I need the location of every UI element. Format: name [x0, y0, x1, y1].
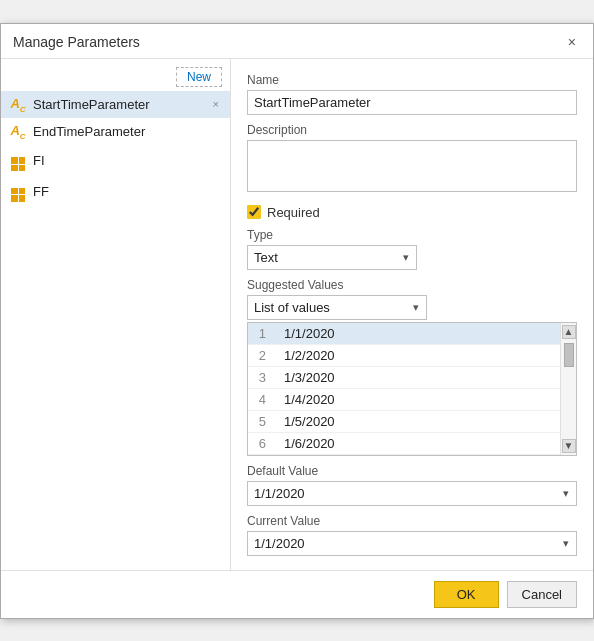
required-row: Required: [247, 205, 577, 220]
description-field-group: Description: [247, 123, 577, 195]
table-row[interactable]: 51/5/2020: [248, 410, 560, 432]
row-number: 4: [248, 388, 276, 410]
grid-param-icon-fi: [9, 151, 27, 172]
sidebar-item-label-ff: FF: [33, 184, 222, 199]
bottom-buttons: OK Cancel: [1, 570, 593, 618]
current-value-group: Current Value 1/1/2020: [247, 514, 577, 556]
table-row[interactable]: 61/6/2020: [248, 432, 560, 454]
suggested-values-select[interactable]: List of values Any value None: [247, 295, 427, 320]
new-btn-row: New: [1, 63, 230, 91]
sidebar-item-label-fi: FI: [33, 153, 222, 168]
close-icon[interactable]: ×: [563, 32, 581, 52]
sidebar-item-end-time[interactable]: AC EndTimeParameter: [1, 118, 230, 146]
dialog-title: Manage Parameters: [13, 34, 140, 50]
suggested-select-wrapper: List of values Any value None: [247, 295, 427, 320]
scrollbar[interactable]: ▲ ▼: [560, 323, 576, 455]
type-field-group: Type Text Number Date/Time Duration Bina…: [247, 228, 577, 270]
sidebar-item-start-time[interactable]: AC StartTimeParameter ×: [1, 91, 230, 119]
default-value-group: Default Value 1/1/2020: [247, 464, 577, 506]
name-field-group: Name: [247, 73, 577, 115]
default-value-select[interactable]: 1/1/2020: [247, 481, 577, 506]
row-number: 5: [248, 410, 276, 432]
sidebar-item-fi[interactable]: FI: [1, 146, 230, 177]
values-table-wrapper: 11/1/202021/2/202031/3/202041/4/202051/5…: [247, 322, 577, 456]
title-bar: Manage Parameters ×: [1, 24, 593, 59]
required-checkbox[interactable]: [247, 205, 261, 219]
row-number: 3: [248, 366, 276, 388]
suggested-values-label: Suggested Values: [247, 278, 577, 292]
type-select[interactable]: Text Number Date/Time Duration Binary An…: [247, 245, 417, 270]
row-value: 1/1/2020: [276, 323, 560, 345]
current-value-wrapper: 1/1/2020: [247, 531, 577, 556]
values-table: 11/1/202021/2/202031/3/202041/4/202051/5…: [248, 323, 560, 455]
sidebar-item-label: StartTimeParameter: [33, 97, 204, 112]
left-panel: New AC StartTimeParameter × AC EndTimePa…: [1, 59, 231, 570]
name-input[interactable]: [247, 90, 577, 115]
close-param-icon[interactable]: ×: [210, 98, 222, 110]
table-row[interactable]: 21/2/2020: [248, 344, 560, 366]
description-label: Description: [247, 123, 577, 137]
sidebar-item-ff[interactable]: FF: [1, 176, 230, 207]
row-number: 2: [248, 344, 276, 366]
default-value-label: Default Value: [247, 464, 577, 478]
name-label: Name: [247, 73, 577, 87]
dialog-body: New AC StartTimeParameter × AC EndTimePa…: [1, 59, 593, 570]
scroll-up-button[interactable]: ▲: [562, 325, 576, 339]
right-panel: Name Description Required Type Text Num: [231, 59, 593, 570]
type-label: Type: [247, 228, 577, 242]
row-value: 1/2/2020: [276, 344, 560, 366]
type-select-wrapper: Text Number Date/Time Duration Binary An…: [247, 245, 417, 270]
description-input[interactable]: [247, 140, 577, 192]
text-param-icon: AC: [9, 96, 27, 114]
scroll-thumb[interactable]: [564, 343, 574, 367]
new-parameter-button[interactable]: New: [176, 67, 222, 87]
row-value: 1/4/2020: [276, 388, 560, 410]
row-number: 1: [248, 323, 276, 345]
row-value: 1/6/2020: [276, 432, 560, 454]
sidebar-item-label-2: EndTimeParameter: [33, 124, 222, 139]
scroll-thumb-area: [564, 341, 574, 437]
manage-parameters-dialog: Manage Parameters × New AC StartTimePara…: [0, 23, 594, 619]
default-value-wrapper: 1/1/2020: [247, 481, 577, 506]
table-row[interactable]: 11/1/2020: [248, 323, 560, 345]
text-param-icon-2: AC: [9, 123, 27, 141]
row-number: 6: [248, 432, 276, 454]
cancel-button[interactable]: Cancel: [507, 581, 577, 608]
suggested-values-group: Suggested Values List of values Any valu…: [247, 278, 577, 456]
ok-button[interactable]: OK: [434, 581, 499, 608]
required-label: Required: [267, 205, 320, 220]
current-value-select[interactable]: 1/1/2020: [247, 531, 577, 556]
table-row[interactable]: 31/3/2020: [248, 366, 560, 388]
grid-param-icon-ff: [9, 181, 27, 202]
scroll-down-button[interactable]: ▼: [562, 439, 576, 453]
current-value-label: Current Value: [247, 514, 577, 528]
table-row[interactable]: 41/4/2020: [248, 388, 560, 410]
row-value: 1/3/2020: [276, 366, 560, 388]
row-value: 1/5/2020: [276, 410, 560, 432]
